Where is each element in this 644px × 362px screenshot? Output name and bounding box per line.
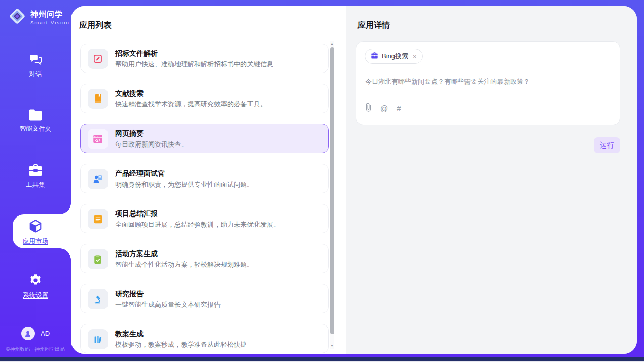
tool-tag-label: Bing搜索 xyxy=(382,52,408,61)
report-note-icon xyxy=(88,209,108,229)
app-title: 项目总结汇报 xyxy=(115,209,323,219)
diamond-logo-icon xyxy=(8,7,26,27)
app-desc: 帮助用户快速、准确地理解和解析招标书中的关键信息 xyxy=(115,60,323,69)
app-desc: 每日政府新闻资讯快查。 xyxy=(115,140,323,149)
sidebar-item-toolset[interactable]: 工具集 xyxy=(0,163,71,189)
app-desc: 明确身份和职责，为您提供专业性的面试问题。 xyxy=(115,180,323,189)
app-title: 产品经理面试官 xyxy=(115,169,323,178)
avatar xyxy=(21,327,35,340)
input-toolbar: @ # xyxy=(365,103,401,114)
app-desc: 全面回顾项目进展，总结经验教训，助力未来优化发展。 xyxy=(115,220,323,229)
scroll-down-icon[interactable]: ▼ xyxy=(330,343,334,349)
sidebar-item-chat[interactable]: 对话 xyxy=(0,53,71,79)
app-list: 招标文件解析 帮助用户快速、准确地理解和解析招标书中的关键信息 文献搜索 快速精… xyxy=(80,41,329,354)
app-card-tender-parse[interactable]: 招标文件解析 帮助用户快速、准确地理解和解析招标书中的关键信息 xyxy=(80,44,329,73)
person-icon xyxy=(24,330,32,338)
scroll-up-icon[interactable]: ▲ xyxy=(330,41,334,47)
briefcase-icon xyxy=(371,52,378,61)
hash-icon[interactable]: # xyxy=(397,104,401,112)
interviewer-icon xyxy=(88,169,108,189)
app-list-title: 应用列表 xyxy=(79,20,112,31)
paperclip-icon[interactable] xyxy=(365,103,372,114)
browser-code-icon xyxy=(88,129,108,149)
prompt-card: Bing搜索 × 今日湖北有哪些新闻要点？有哪些需要关注的最新政策？ @ # xyxy=(356,41,620,125)
sidebar-item-label: 应用市场 xyxy=(23,237,48,246)
tool-tag-bing-search[interactable]: Bing搜索 × xyxy=(365,49,423,64)
gear-icon xyxy=(0,273,71,287)
app-desc: 模板驱动，教案秒成，教学准备从此轻松快捷 xyxy=(115,340,323,349)
cube-icon xyxy=(0,219,71,234)
sidebar-item-label: 智能文件夹 xyxy=(20,125,52,133)
run-button[interactable]: 运行 xyxy=(594,137,620,153)
app-detail-pane: 应用详情 Bing搜索 × 今日湖北有哪些新闻要点？有哪些需要关注的最新政策？ xyxy=(346,6,637,354)
sidebar-item-label: 系统设置 xyxy=(23,291,48,300)
app-card-pm-interviewer[interactable]: 产品经理面试官 明确身份和职责，为您提供专业性的面试问题。 xyxy=(80,164,329,193)
user-account[interactable]: AD xyxy=(0,327,71,340)
app-title: 活动方案生成 xyxy=(115,249,323,259)
app-card-literature-search[interactable]: 文献搜索 快速精准查找学术资源，提高研究效率的必备工具。 xyxy=(80,84,329,113)
app-card-web-summary[interactable]: 网页摘要 每日政府新闻资讯快查。 xyxy=(80,124,329,153)
mention-icon[interactable]: @ xyxy=(380,104,388,112)
app-list-pane: 应用列表 招标文件解析 帮助用户快速、准确地理解和解析招标书中的关键信息 xyxy=(71,6,346,354)
sidebar-item-settings[interactable]: 系统设置 xyxy=(0,273,71,300)
sidebar-item-smart-folders[interactable]: 智能文件夹 xyxy=(0,108,71,133)
app-card-event-plan[interactable]: 活动方案生成 智能生成个性化活动方案，轻松解决规划难题。 xyxy=(80,244,329,273)
query-text[interactable]: 今日湖北有哪些新闻要点？有哪些需要关注的最新政策？ xyxy=(365,77,612,86)
app-detail-title: 应用详情 xyxy=(357,20,390,31)
sidebar-item-label: 对话 xyxy=(29,70,42,79)
user-name: AD xyxy=(41,330,50,337)
pen-document-icon xyxy=(88,49,108,69)
app-title: 招标文件解析 xyxy=(115,49,323,58)
close-icon[interactable]: × xyxy=(413,53,417,60)
app-title: 网页摘要 xyxy=(115,129,323,138)
app-logo: 神州问学 Smart Vision xyxy=(8,7,70,27)
app-title: 文献搜索 xyxy=(115,89,323,98)
brand-name: 神州问学 xyxy=(30,10,70,19)
clipboard-check-icon xyxy=(88,249,108,269)
microscope-icon xyxy=(88,289,108,309)
app-title: 研究报告 xyxy=(115,289,323,299)
book-icon xyxy=(88,89,108,109)
books-icon xyxy=(88,329,108,349)
chat-icon xyxy=(0,53,71,66)
app-card-research-report[interactable]: 研究报告 一键智能生成高质量长文本研究报告 xyxy=(80,284,329,313)
brand-tagline: Smart Vision xyxy=(30,20,70,25)
folder-icon xyxy=(0,108,71,121)
app-card-project-summary[interactable]: 项目总结汇报 全面回顾项目进展，总结经验教训，助力未来优化发展。 xyxy=(80,204,329,233)
app-desc: 智能生成个性化活动方案，轻松解决规划难题。 xyxy=(115,260,323,269)
app-desc: 快速精准查找学术资源，提高研究效率的必备工具。 xyxy=(115,100,323,109)
sidebar: 神州问学 Smart Vision 对话 智能文件夹 工具集 xyxy=(0,0,71,362)
app-title: 教案生成 xyxy=(115,329,323,339)
scrollbar-thumb[interactable] xyxy=(330,47,334,334)
copyright-text: ©神州数码 · 神州问学出品 xyxy=(0,346,71,353)
sidebar-item-app-market[interactable]: 应用市场 xyxy=(0,219,71,246)
bottom-bar xyxy=(0,357,644,361)
app-desc: 一键智能生成高质量长文本研究报告 xyxy=(115,300,323,309)
sidebar-item-label: 工具集 xyxy=(26,180,45,189)
toolbox-icon xyxy=(0,163,71,177)
app-list-scrollbar[interactable]: ▲ ▼ xyxy=(330,41,334,349)
main-content: 应用列表 招标文件解析 帮助用户快速、准确地理解和解析招标书中的关键信息 xyxy=(71,6,637,354)
app-card-lesson-plan[interactable]: 教案生成 模板驱动，教案秒成，教学准备从此轻松快捷 xyxy=(80,324,329,353)
